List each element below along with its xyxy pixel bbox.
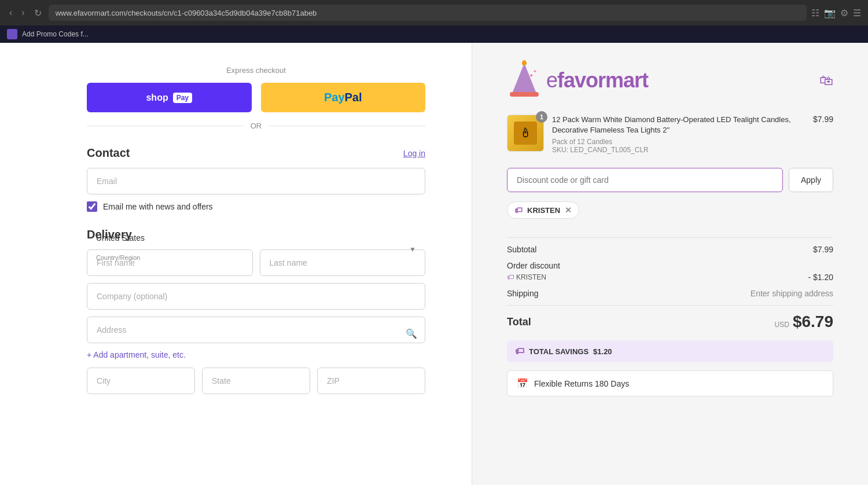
extension-text: Add Promo Codes f... — [22, 30, 89, 38]
discount-amount: - $1.20 — [808, 273, 833, 282]
url-bar[interactable] — [49, 5, 807, 21]
extension-bar: Add Promo Codes f... — [0, 25, 868, 43]
product-name: 12 Pack Warm White Diamond Battery-Opera… — [552, 115, 805, 135]
order-discount-row: Order discount 🏷 KRISTEN - $1.20 — [507, 261, 833, 282]
divider-1 — [507, 237, 833, 238]
product-image-svg: 🕯 — [511, 119, 540, 148]
email-field[interactable] — [87, 168, 425, 194]
product-variant: Pack of 12 Candles — [552, 138, 805, 146]
savings-banner: 🏷 TOTAL SAVINGS $1.20 — [507, 340, 833, 362]
product-price: $7.99 — [813, 115, 833, 124]
browser-toolbar-icons: ☷ 📷 ⚙ ☰ — [811, 8, 861, 19]
product-quantity-badge: 1 — [536, 111, 547, 123]
savings-icon: 🏷 — [515, 346, 524, 357]
login-link[interactable]: Log in — [403, 149, 425, 158]
subtotal-value: $7.99 — [813, 245, 833, 254]
product-details: 12 Pack Warm White Diamond Battery-Opera… — [552, 115, 805, 154]
brand-logo-text: efavormart — [546, 68, 648, 93]
extension-icon — [7, 29, 17, 39]
shipping-row: Shipping Enter shipping address — [507, 289, 833, 298]
extensions-icon[interactable]: ☷ — [811, 8, 819, 19]
express-checkout-label: Express checkout — [87, 66, 425, 75]
paypal-button[interactable]: PayPal — [261, 83, 426, 112]
state-field[interactable] — [202, 368, 310, 394]
address-field[interactable] — [87, 317, 425, 343]
order-discount-detail: 🏷 KRISTEN - $1.20 — [507, 273, 833, 282]
divider-2 — [507, 305, 833, 306]
delivery-title: Delivery — [87, 228, 425, 241]
shop-pay-text: shop — [146, 93, 168, 103]
savings-label: TOTAL SAVINGS — [529, 347, 589, 356]
total-right: USD $6.79 — [775, 313, 833, 331]
returns-banner: 📅 Flexible Returns 180 Days — [507, 370, 833, 396]
settings-icon[interactable]: ⚙ — [840, 8, 848, 19]
company-field[interactable] — [87, 283, 425, 310]
subtotal-row: Subtotal $7.99 — [507, 245, 833, 254]
order-discount-header: Order discount — [507, 261, 833, 270]
total-currency: USD — [775, 321, 789, 329]
discount-tag-icon: 🏷 — [507, 273, 514, 281]
calendar-icon: 📅 — [517, 378, 528, 389]
product-image-wrapper: 🕯 1 — [507, 115, 544, 152]
logo-wrapper: ✦ ✦ efavormart — [507, 60, 648, 101]
right-panel: ✦ ✦ efavormart 🛍 🕯 1 — [472, 43, 868, 485]
brand-hat-icon: ✦ ✦ — [507, 60, 542, 101]
svg-text:✦: ✦ — [533, 69, 537, 74]
returns-label: Flexible Returns 180 Days — [534, 379, 629, 388]
contact-section-header: Contact Log in — [87, 146, 425, 160]
svg-text:🕯: 🕯 — [519, 126, 532, 140]
newsletter-checkbox[interactable] — [87, 201, 97, 212]
product-sku: SKU: LED_CAND_TL005_CLR — [552, 146, 805, 154]
back-button[interactable]: ‹ — [7, 5, 14, 20]
shop-pay-button[interactable]: shop Pay — [87, 83, 252, 112]
or-divider: OR — [87, 122, 425, 130]
newsletter-checkbox-row: Email me with news and offers — [87, 201, 425, 212]
apply-button[interactable]: Apply — [789, 168, 833, 192]
coupon-tag-icon: 🏷 — [514, 205, 523, 215]
express-checkout-buttons: shop Pay PayPal — [87, 83, 425, 112]
city-state-zip-row — [87, 368, 425, 394]
coupon-code-label: KRISTEN — [527, 206, 560, 215]
search-icon: 🔍 — [406, 328, 417, 339]
cart-icon[interactable]: 🛍 — [819, 72, 833, 89]
brand-header: ✦ ✦ efavormart 🛍 — [507, 60, 833, 101]
discount-code-input[interactable] — [507, 168, 783, 192]
total-row: Total USD $6.79 — [507, 313, 833, 331]
browser-chrome: ‹ › ↻ ☷ 📷 ⚙ ☰ — [0, 0, 868, 25]
savings-amount: $1.20 — [593, 347, 612, 356]
newsletter-label: Email me with news and offers — [103, 202, 213, 211]
forward-button[interactable]: › — [19, 5, 27, 20]
coupon-tag: 🏷 KRISTEN ✕ — [507, 201, 579, 219]
paypal-text: PayPal — [324, 91, 362, 104]
total-amount: $6.79 — [793, 313, 833, 331]
add-apt-link[interactable]: + Add apartment, suite, etc. — [87, 350, 186, 359]
contact-title: Contact — [87, 146, 130, 160]
page-layout: Express checkout shop Pay PayPal OR Cont… — [0, 43, 868, 485]
left-panel: Express checkout shop Pay PayPal OR Cont… — [0, 43, 472, 485]
coupon-remove-button[interactable]: ✕ — [565, 205, 572, 215]
product-item: 🕯 1 12 Pack Warm White Diamond Battery-O… — [507, 115, 833, 154]
zip-field[interactable] — [317, 368, 425, 394]
total-label: Total — [507, 316, 531, 328]
camera-icon[interactable]: 📷 — [824, 8, 836, 19]
discount-code-text: KRISTEN — [516, 273, 546, 281]
city-field[interactable] — [87, 368, 195, 394]
discount-code-row: Apply — [507, 168, 833, 192]
shop-pay-badge: Pay — [173, 93, 192, 103]
reload-button[interactable]: ↻ — [32, 5, 44, 21]
address-wrapper: 🔍 — [87, 317, 425, 350]
order-discount-label: Order discount — [507, 261, 560, 270]
svg-rect-1 — [510, 92, 539, 97]
menu-icon[interactable]: ☰ — [853, 8, 861, 19]
shipping-value: Enter shipping address — [751, 289, 833, 298]
discount-code-tag: 🏷 KRISTEN — [507, 273, 546, 282]
shipping-label: Shipping — [507, 289, 539, 298]
subtotal-label: Subtotal — [507, 245, 536, 254]
